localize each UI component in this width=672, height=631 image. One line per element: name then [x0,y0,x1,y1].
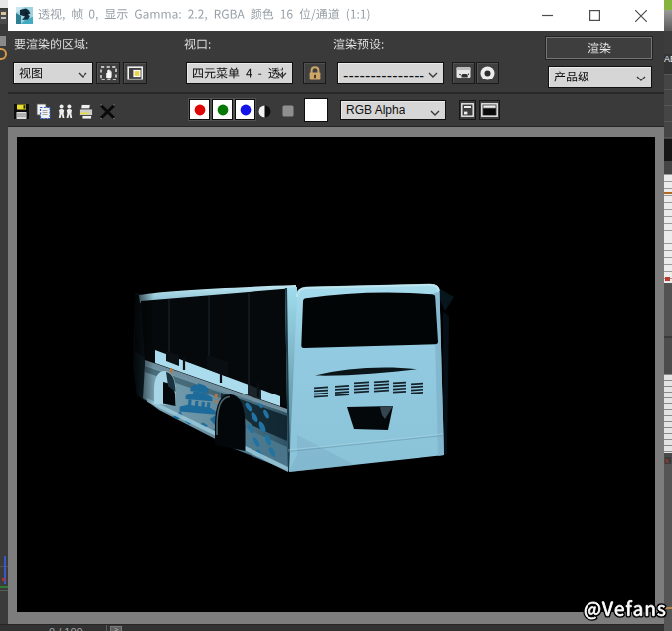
save-image-button[interactable] [13,103,30,120]
background-fragment [664,31,672,54]
background-fragment [664,10,672,31]
background-fragment [0,36,6,46]
background-fragment [0,48,7,60]
viewport-lock-button[interactable] [303,62,326,84]
maximize-button[interactable] [573,0,617,31]
render-mode-value: 产品级 [554,71,589,84]
edit-region-icon [100,65,117,81]
monochrome-button[interactable] [258,105,271,118]
red-channel-button[interactable] [189,99,210,120]
alpha-channel-button[interactable] [282,105,294,117]
background-fragment [0,586,8,588]
chevron-down-icon [428,72,438,78]
render-setup-button[interactable] [452,62,475,84]
render-button-label: 渲染 [588,42,611,55]
render-canvas-frame [8,126,664,624]
background-fragment [664,74,672,139]
toggle-ui-button[interactable] [479,100,500,120]
toggle-ui-overlays-icon [461,103,474,117]
close-button[interactable] [618,0,663,31]
time-slider-divider [106,625,107,631]
edit-region-button[interactable] [96,62,120,84]
render-mode-select[interactable]: 产品级 [548,66,652,88]
background-fragment [664,139,672,161]
window-title: 透视, 帧 0, 显示 Gamma: 2.2, RGBA 颜色 16 位/通道 … [38,8,371,23]
background-fragment [664,374,672,453]
background-fragment [0,590,8,591]
time-slider-handle-button[interactable]: > [110,626,122,631]
render-canvas[interactable] [17,137,655,612]
background-fragment [664,161,672,174]
environment-effects-button[interactable] [476,62,499,84]
background-fragment: x [665,458,670,463]
background-fragment [664,338,672,374]
background-fragment: AB [664,54,672,74]
rendered-bus-image [17,137,655,612]
channel-display-select[interactable]: RGB Alpha [340,100,446,120]
background-fragment [664,283,672,336]
red-channel-icon [194,104,206,116]
render-preset-select[interactable]: -------------------- [337,62,444,84]
background-fragment [2,578,5,581]
toggle-ui-icon [481,103,498,117]
area-to-render-label: 要渲染的区域: [14,38,89,52]
maximize-icon [589,10,600,21]
blue-channel-icon [240,104,252,116]
green-channel-button[interactable] [212,99,233,120]
background-fragment [664,192,672,194]
viewport-select[interactable]: 四元菜单 4 - 透视 [186,62,293,84]
background-color-swatch[interactable] [304,98,328,122]
background-ui-right-strip: AB x [664,0,672,631]
clone-rendered-frame-window-button[interactable] [57,103,74,120]
copy-image-button[interactable] [35,103,52,120]
padlock-icon [307,65,323,81]
chevron-down-icon [430,110,440,116]
render-preset-label: 渲染预设: [333,38,385,52]
render-button[interactable]: 渲染 [546,37,652,59]
render-preset-value: -------------------- [343,67,428,80]
channel-display-value: RGB Alpha [346,103,405,117]
background-fragment [1,17,6,19]
background-time-slider-strip: 0 / 100 > [0,624,664,631]
close-icon [635,10,647,22]
image-toolbar: RGB Alpha [8,92,664,126]
chevron-down-icon [277,72,287,78]
background-fragment [664,0,672,10]
background-fragment [665,277,670,281]
green-channel-icon [217,104,229,116]
background-ui-left-strip [0,0,8,631]
window-titlebar[interactable]: 透视, 帧 0, 显示 Gamma: 2.2, RGBA 颜色 16 位/通道 … [8,0,664,31]
background-fragment [664,174,672,283]
viewport-value: 四元菜单 4 - 透视 [192,67,283,80]
chevron-down-icon [78,72,87,78]
render-setup-icon [455,65,472,81]
background-fragment [1,12,6,15]
chevron-down-icon [636,76,646,81]
print-image-button[interactable] [78,103,94,120]
rendered-frame-window: 透视, 帧 0, 显示 Gamma: 2.2, RGBA 颜色 16 位/通道 … [8,0,664,624]
auto-region-selected-button[interactable] [123,62,147,84]
3dsmax-app-icon [16,7,33,24]
minimize-icon [542,10,553,21]
render-controls-bar: 要渲染的区域: 视口: 渲染预设: 视图 四元菜单 4 - 透视 [8,31,664,93]
background-fragment [664,464,672,608]
clear-button[interactable] [99,103,116,120]
area-to-render-select[interactable]: 视图 [13,62,93,84]
area-to-render-value: 视图 [19,67,43,80]
viewport-label: 视口: [184,38,212,52]
time-slider-frame-indicator: 0 / 100 [49,626,83,631]
auto-region-icon [127,65,144,81]
environment-sphere-icon [479,65,496,81]
background-fragment [0,0,8,8]
toggle-ui-overlays-button[interactable] [459,100,476,120]
blue-channel-button[interactable] [235,99,255,120]
minimize-button[interactable] [525,0,570,31]
watermark: @Vefans [584,599,667,619]
